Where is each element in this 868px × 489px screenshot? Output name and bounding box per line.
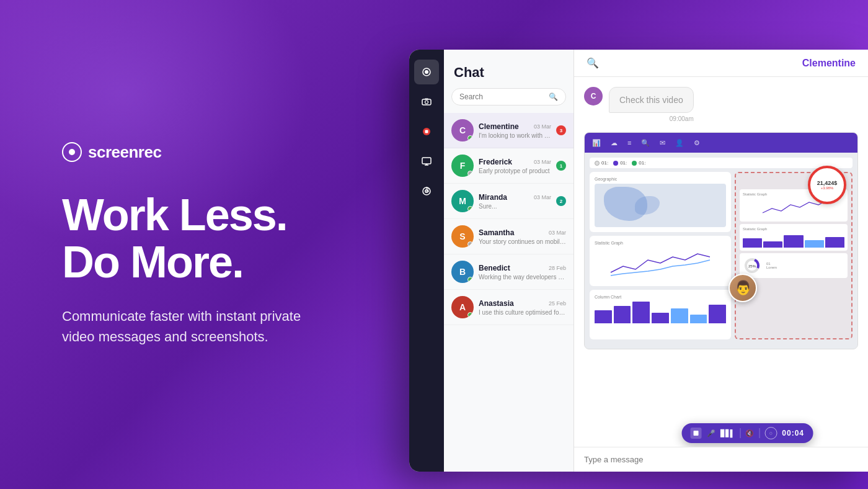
mute-icon[interactable]: 🔇: [745, 429, 754, 437]
online-indicator: [467, 206, 473, 212]
recording-timer: 00:04: [782, 429, 804, 437]
app-mockup: Chat 🔍 C Clementine 03 Mar I'm looking t…: [409, 50, 868, 472]
tagline-line1: Work Less.: [62, 192, 409, 239]
chat-name: Miranda: [479, 193, 507, 202]
chat-topbar: 🔍 Clementine: [574, 50, 868, 77]
chat-date: 28 Feb: [549, 265, 566, 271]
unread-badge: 1: [556, 161, 566, 171]
right-col: 21,424$ +3.98% Statistic Graph: [735, 172, 852, 339]
video-message-text: Check this video: [619, 95, 683, 105]
chat-preview: Working the way developers work...: [479, 274, 566, 280]
chat-preview: Your story continues on mobile...: [479, 238, 566, 245]
avatar-samantha: S: [451, 225, 474, 248]
left-panel: screenrec Work Less. Do More. Communicat…: [62, 0, 409, 489]
line-chart-title: Statistic Graph: [595, 241, 726, 245]
svg-point-1: [425, 70, 428, 74]
map-visual: [595, 184, 726, 227]
map-title: Geographic: [595, 177, 726, 181]
message-row-received: C Check this video 09:00am: [584, 87, 858, 122]
chat-item-2[interactable]: M Miranda 03 Mar Sure... 2: [444, 184, 574, 219]
chat-preview: Early prototype of product: [479, 168, 551, 174]
logo-icon: [62, 142, 82, 162]
stat-item-3: 01:: [632, 160, 645, 166]
bar-5: [671, 308, 688, 324]
topbar-search-icon[interactable]: 🔍: [587, 57, 599, 69]
bar-1: [595, 310, 612, 323]
bar-chart-visual: [595, 302, 726, 323]
rec-stop-btn[interactable]: [691, 428, 702, 439]
search-icon: 🔍: [549, 92, 558, 101]
sidebar-icon-screen[interactable]: [414, 149, 439, 174]
chat-info-frederick: Frederick 03 Mar Early prototype of prod…: [479, 158, 551, 174]
dashboard-content: 01: 01: 01:: [585, 153, 857, 349]
chat-info-anastasia: Anastasia 25 Feb I use this culture opti…: [479, 299, 566, 316]
bar-chart-title: Column Chart: [595, 295, 726, 299]
chat-input-area[interactable]: [574, 447, 868, 472]
online-indicator: [467, 171, 473, 176]
sidebar-icons: [409, 50, 444, 472]
map-card: Geographic: [590, 172, 731, 232]
divider-2: [759, 428, 760, 438]
message-avatar: C: [584, 87, 603, 105]
chat-preview: I use this culture optimised for engine.…: [479, 309, 566, 316]
svg-point-3: [425, 101, 428, 104]
recording-controls-bar[interactable]: 🎤 ▊▋▌ 🔇 ○ 00:04: [682, 423, 813, 443]
svg-text:25%: 25%: [748, 264, 756, 268]
bar-7: [709, 305, 726, 323]
chat-item-3[interactable]: S Samantha 03 Mar Your story continues o…: [444, 219, 574, 254]
logo: screenrec: [62, 142, 409, 162]
avatar-clementine: C: [451, 119, 474, 141]
waveform-icon: ▊▋▌: [720, 429, 735, 437]
dashboard-preview-card: 📊 ☁ ≡ 🔍 ✉ 👤 ⚙ 01:: [584, 132, 858, 349]
sidebar-icon-camera[interactable]: [414, 89, 439, 114]
chat-search-box[interactable]: 🔍: [451, 88, 566, 105]
svg-rect-2: [422, 99, 431, 105]
subtext: Communicate faster with instant private …: [62, 306, 335, 347]
highlight-value: 21,424$: [817, 181, 838, 186]
avatar-benedict: B: [451, 261, 474, 283]
chat-search-input[interactable]: [459, 92, 545, 101]
sidebar-icon-record[interactable]: [414, 60, 439, 84]
svg-rect-6: [425, 130, 428, 133]
main-grid: Geographic Statistic Graph: [590, 172, 852, 339]
logo-name-part1: screen: [88, 143, 138, 161]
chat-date: 03 Mar: [549, 230, 566, 236]
chat-item-1[interactable]: F Frederick 03 Mar Early prototype of pr…: [444, 148, 574, 184]
chat-name: Anastasia: [479, 299, 514, 308]
avatar-frederick: F: [451, 155, 474, 177]
chat-item-5[interactable]: A Anastasia 25 Feb I use this culture op…: [444, 290, 574, 325]
bar-6: [690, 315, 707, 323]
bar-2: [614, 306, 631, 323]
online-indicator: [467, 135, 473, 141]
chat-preview: I'm looking to work with designer that..…: [479, 132, 551, 139]
logo-text: screenrec: [88, 143, 161, 162]
chat-info-miranda: Miranda 03 Mar Sure...: [479, 193, 551, 210]
stat-item-2: 01:: [613, 160, 627, 166]
chat-info-clementine: Clementine 03 Mar I'm looking to work wi…: [479, 122, 551, 139]
chat-item-0[interactable]: C Clementine 03 Mar I'm looking to work …: [444, 113, 574, 148]
inner-donut-row: 25% 01Lorem: [740, 253, 848, 278]
highlight-zone: 21,424$ +3.98% Statistic Graph: [735, 172, 852, 339]
bar-4: [652, 313, 669, 324]
highlight-value-circle: 21,424$ +3.98%: [808, 166, 846, 204]
bar-chart-card: Column Chart: [590, 290, 731, 339]
chat-date: 03 Mar: [534, 123, 551, 130]
online-indicator: [467, 241, 473, 247]
avatar-miranda: M: [451, 190, 474, 212]
chat-item-4[interactable]: B Benedict 28 Feb Working the way develo…: [444, 254, 574, 290]
circle-icon[interactable]: ○: [764, 427, 777, 439]
sidebar-icon-settings[interactable]: [414, 179, 439, 204]
person-avatar-floating: 👨: [728, 274, 757, 302]
stats-row: 01: 01: 01:: [590, 158, 852, 168]
sidebar-icon-stop[interactable]: [414, 119, 439, 144]
chat-list-panel: Chat 🔍 C Clementine 03 Mar I'm looking t…: [444, 50, 574, 472]
line-chart-svg: [595, 248, 726, 279]
divider: [740, 428, 740, 438]
mic-icon[interactable]: 🎤: [707, 429, 715, 437]
message-input[interactable]: [584, 455, 858, 464]
chat-date: 03 Mar: [534, 194, 551, 200]
svg-rect-7: [422, 158, 431, 164]
chat-main-panel: 🔍 Clementine C Check this video 09:00am: [574, 50, 868, 472]
dashboard-screenshot-area: 📊 ☁ ≡ 🔍 ✉ 👤 ⚙ 01:: [584, 132, 858, 437]
map-shape-2: [635, 196, 660, 215]
